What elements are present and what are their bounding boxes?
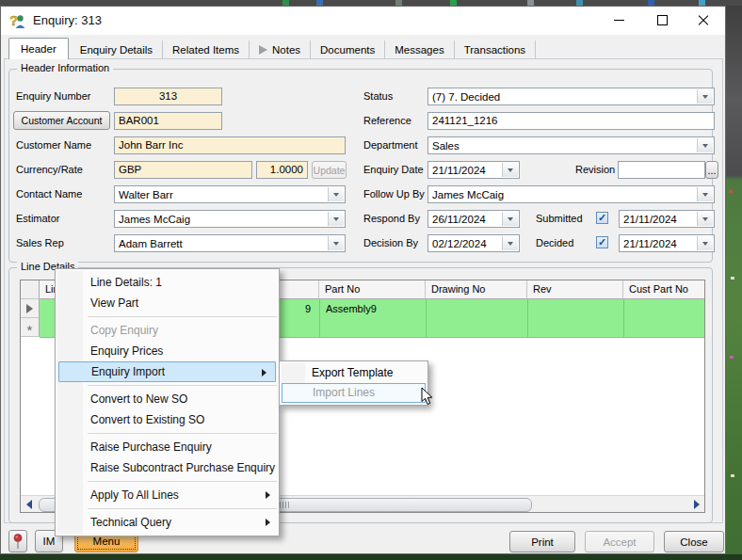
submitted-checkbox[interactable] — [596, 212, 608, 224]
new-row-icon: * — [27, 327, 33, 334]
menu-item-copy-enquiry[interactable]: Copy Enquiry — [56, 320, 279, 341]
update-button[interactable]: Update — [312, 161, 347, 179]
maximize-button[interactable] — [640, 7, 684, 34]
menu-item-enquiry-prices[interactable]: Enquiry Prices — [56, 341, 279, 361]
submenu-arrow-icon — [266, 519, 270, 526]
menu-item-apply-to-all-lines[interactable]: Apply To All Lines — [56, 485, 279, 505]
tab-enquiry-details-label: Enquiry Details — [80, 40, 153, 59]
desktop-bottom-strip — [0, 554, 742, 560]
accept-button[interactable]: Accept — [585, 531, 654, 552]
menu-item-raise-subcontract-purchase-enquiry[interactable]: Raise Subcontract Purchase Enquiry — [56, 457, 279, 478]
enquiry-person-icon: ? — [9, 12, 26, 29]
grid-corner-cell[interactable] — [21, 280, 40, 299]
decision-by-label: Decision By — [363, 237, 418, 248]
tab-related-items[interactable]: Related Items — [163, 40, 250, 59]
follow-up-by-combo[interactable]: James McCaig — [427, 185, 715, 203]
revision-field[interactable] — [618, 161, 705, 179]
menu-item-raise-purchase-enquiry[interactable]: Raise Purchase Enquiry — [56, 437, 279, 457]
sales-rep-combo[interactable]: Adam Barrett — [114, 234, 346, 252]
sales-rep-label: Sales Rep — [16, 237, 64, 248]
submenu-item-import-lines[interactable]: Import Lines — [282, 383, 426, 403]
status-combo[interactable]: (7) 7. Decided — [427, 88, 715, 105]
department-label: Department — [363, 139, 417, 151]
pin-button[interactable] — [8, 530, 27, 552]
customer-account-button[interactable]: Customer Account — [13, 111, 110, 130]
print-button[interactable]: Print — [509, 531, 575, 552]
enquiry-date-picker[interactable]: 21/11/2024 — [427, 161, 520, 179]
chevron-down-icon[interactable] — [697, 89, 713, 104]
estimator-value: James McCaig — [119, 212, 190, 227]
menu-separator — [88, 481, 277, 482]
submenu-item-export-template[interactable]: Export Template — [280, 363, 427, 383]
status-value: (7) 7. Decided — [432, 89, 500, 104]
screen: { "window": { "title": "Enquiry: 313" },… — [0, 0, 742, 560]
reference-field[interactable]: 241121_1216 — [427, 112, 715, 130]
titlebar[interactable]: ? Enquiry: 313 — [1, 7, 725, 35]
menu-item-enquiry-import[interactable]: Enquiry Import — [58, 361, 276, 382]
cell-line-fragment[interactable]: 9 — [305, 299, 311, 318]
column-header-drawing-no[interactable]: Drawing No — [426, 280, 527, 299]
tab-transactions[interactable]: Transactions — [455, 40, 536, 59]
tab-notes-label: Notes — [272, 40, 300, 59]
chevron-down-icon[interactable] — [502, 212, 518, 226]
chevron-down-icon[interactable] — [697, 212, 713, 226]
revision-browse-button[interactable]: ... — [705, 161, 718, 179]
submitted-date-picker[interactable]: 21/11/2024 — [619, 210, 715, 228]
close-icon — [698, 15, 709, 26]
decision-by-value: 02/12/2024 — [432, 236, 487, 251]
play-icon — [259, 45, 267, 55]
estimator-combo[interactable]: James McCaig — [114, 210, 346, 228]
enquiry-number-field[interactable]: 313 — [114, 88, 222, 105]
close-button[interactable]: Close — [664, 531, 724, 552]
chevron-down-icon[interactable] — [697, 138, 713, 152]
decided-date-picker[interactable]: 21/11/2024 — [619, 234, 715, 252]
close-window-button[interactable] — [682, 7, 725, 34]
chevron-down-icon[interactable] — [328, 236, 344, 250]
contact-name-combo[interactable]: Walter Barr — [114, 185, 346, 203]
row-selector-current[interactable] — [21, 299, 40, 318]
customer-account-field[interactable]: BAR001 — [114, 112, 222, 130]
customer-name-field[interactable]: John Barr Inc — [114, 136, 346, 154]
column-header-rev[interactable]: Rev — [527, 280, 623, 299]
tab-messages[interactable]: Messages — [385, 40, 454, 59]
column-header-part-no[interactable]: Part No — [319, 280, 426, 299]
menu-item-apply-to-all-lines-label: Apply To All Lines — [90, 488, 179, 502]
enquiry-date-value: 21/11/2024 — [432, 163, 486, 178]
tab-notes[interactable]: Notes — [250, 40, 311, 59]
menu-item-convert-new-so[interactable]: Convert to New SO — [56, 389, 279, 409]
decided-date-value: 21/11/2024 — [623, 236, 677, 251]
chevron-down-icon[interactable] — [502, 236, 518, 250]
menu-item-convert-existing-so[interactable]: Convert to Existing SO — [56, 409, 279, 430]
cell-part-no[interactable]: Assembly9 — [326, 299, 377, 318]
chevron-down-icon[interactable] — [328, 187, 344, 201]
respond-by-picker[interactable]: 26/11/2024 — [427, 210, 520, 228]
submitted-label: Submitted — [536, 213, 583, 224]
scroll-left-arrow-icon[interactable] — [21, 496, 37, 512]
maximize-icon — [657, 15, 668, 25]
tab-transactions-label: Transactions — [464, 40, 525, 59]
scroll-right-arrow-icon[interactable] — [688, 496, 704, 512]
tab-header[interactable]: Header — [8, 38, 69, 59]
row-selector-new[interactable]: * — [21, 318, 40, 337]
enquiry-import-submenu: Export Template Import Lines — [279, 360, 428, 406]
chevron-down-icon[interactable] — [502, 163, 518, 177]
currency-field[interactable]: GBP — [114, 161, 252, 179]
tab-documents[interactable]: Documents — [311, 40, 385, 59]
menu-item-technical-query[interactable]: Technical Query — [56, 512, 279, 533]
chevron-down-icon[interactable] — [697, 187, 713, 201]
chevron-down-icon[interactable] — [328, 212, 344, 226]
column-header-cust-part-no[interactable]: Cust Part No — [623, 280, 705, 299]
menu-separator — [88, 508, 277, 509]
tab-related-items-label: Related Items — [172, 40, 239, 59]
department-combo[interactable]: Sales — [427, 136, 715, 154]
menu-item-view-part[interactable]: View Part — [56, 293, 279, 313]
rate-field[interactable]: 1.0000 — [256, 161, 308, 179]
menu-item-line-details[interactable]: Line Details: 1 — [56, 272, 279, 293]
respond-by-value: 26/11/2024 — [432, 212, 486, 227]
decided-checkbox[interactable] — [596, 236, 608, 248]
decision-by-picker[interactable]: 02/12/2024 — [427, 234, 520, 252]
tab-enquiry-details[interactable]: Enquiry Details — [71, 40, 163, 59]
chevron-down-icon[interactable] — [697, 236, 713, 250]
minimize-button[interactable] — [597, 7, 640, 34]
follow-up-by-value: James McCaig — [432, 187, 504, 202]
